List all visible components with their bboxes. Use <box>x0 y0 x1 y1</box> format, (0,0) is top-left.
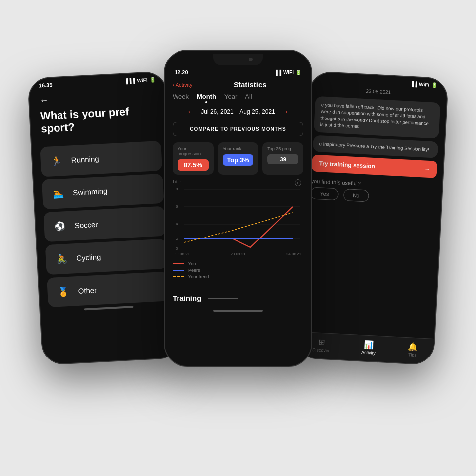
bottom-nav: ⊞ Discover 📊 Activity 🔔 Tips <box>296 331 434 364</box>
chart-date-1: 17.08.21 <box>175 252 190 256</box>
center-screen: 12.20 ▐▐ WiFi 🔋 ‹ Activity Statistics We… <box>165 51 311 366</box>
nav-title: Statistics <box>197 80 303 89</box>
notch-dot <box>249 58 253 61</box>
nav-back[interactable]: ‹ Activity <box>173 82 193 88</box>
scene: 16.35 ▐▐▐ WiFi 🔋 ← What is your pref spo… <box>25 25 451 451</box>
notch <box>213 54 263 65</box>
tab-week[interactable]: Week <box>173 93 189 102</box>
stat-rank-value: Top 3% <box>223 154 254 166</box>
training-title: Training <box>173 294 201 302</box>
left-home-indicator <box>84 306 133 310</box>
legend-peers-label: Peers <box>188 268 200 273</box>
stat-top-label: Top 25 prog <box>267 146 298 151</box>
legend-trend-label: Your trend <box>188 274 209 279</box>
back-arrow-icon[interactable]: ← <box>39 95 49 106</box>
legend-trend: Your trend <box>173 274 303 279</box>
phone-left: 16.35 ▐▐▐ WiFi 🔋 ← What is your pref spo… <box>27 71 181 365</box>
chart-date-3: 24.08.21 <box>286 252 301 256</box>
cta-training-button[interactable]: Try training session → <box>312 155 437 178</box>
center-status-icons: ▐▐ WiFi 🔋 <box>274 70 301 75</box>
compare-button[interactable]: COMPARE TO PREVIOUS MONTHS <box>173 122 303 136</box>
sport-item[interactable]: 🏊 Swimming <box>42 174 164 210</box>
prev-arrow-icon[interactable]: ← <box>187 107 195 116</box>
training-section: Training <box>165 290 311 305</box>
message-bubble-1: e you have fallen off track. Did now our… <box>314 96 440 139</box>
tab-year[interactable]: Year <box>224 93 237 102</box>
tab-all[interactable]: All <box>245 93 252 102</box>
stat-top: Top 25 prog 39 <box>262 142 303 175</box>
center-time: 12.20 <box>175 69 188 75</box>
nav-discover-label: Discover <box>312 347 330 353</box>
sport-icon: ⚽ <box>52 218 68 235</box>
divider <box>173 287 303 287</box>
nav-back-label: Activity <box>176 82 193 88</box>
stats-row: Your progression 87.5% Your rank Top 3% … <box>165 139 311 178</box>
center-home-indicator <box>213 310 263 312</box>
legend-peers-line <box>173 270 184 271</box>
stat-progression-label: Your progression <box>178 146 209 156</box>
sport-label: Running <box>71 155 99 165</box>
right-status-icons: ▐▐ WiFi 🔋 <box>410 81 438 88</box>
phone-center: 12.20 ▐▐ WiFi 🔋 ‹ Activity Statistics We… <box>164 50 312 367</box>
activity-chart: 8 6 4 2 0 <box>173 185 303 250</box>
nav-activity[interactable]: 📊 Activity <box>361 339 376 355</box>
svg-text:2: 2 <box>176 237 178 241</box>
legend-trend-line <box>173 276 184 277</box>
nav-activity-label: Activity <box>361 350 376 355</box>
sport-label: Cycling <box>76 253 101 263</box>
legend-peers: Peers <box>173 268 303 273</box>
cta-label: Try training session <box>319 160 375 170</box>
stat-progression: Your progression 87.5% <box>173 142 214 175</box>
stat-rank-label: Your rank <box>223 146 254 151</box>
center-status-bar: 12.20 ▐▐ WiFi 🔋 <box>165 65 311 77</box>
yes-button[interactable]: Yes <box>310 187 339 201</box>
sport-label: Swimming <box>73 187 108 197</box>
legend-you-line <box>173 263 184 264</box>
sport-icon: 🚴 <box>53 251 70 268</box>
sport-icon: 🏊 <box>50 185 66 202</box>
stat-rank: Your rank Top 3% <box>218 142 259 175</box>
nav-tips-label: Tips <box>408 352 416 357</box>
left-question: What is your pref sport? <box>30 103 168 144</box>
svg-text:8: 8 <box>176 187 178 191</box>
center-nav: ‹ Activity Statistics <box>165 77 311 91</box>
chart-y-label: Liter <box>173 179 303 184</box>
chart-dates: 17.08.21 23.08.21 24.08.21 <box>173 252 303 256</box>
sport-label: Other <box>78 286 97 295</box>
discover-icon: ⊞ <box>318 337 325 347</box>
legend-you-label: You <box>188 261 196 266</box>
message-bubble-2: u Inspiratory Pressure a Try the Trainin… <box>313 135 438 158</box>
chart-date-2: 23.08.21 <box>230 252 245 256</box>
left-status-icons: ▐▐▐ WiFi 🔋 <box>124 77 156 84</box>
chart-info-icon[interactable]: i <box>295 179 301 186</box>
legend-you: You <box>173 261 303 266</box>
tab-month[interactable]: Month <box>197 93 216 102</box>
next-arrow-icon[interactable]: → <box>281 107 289 116</box>
left-time: 16.35 <box>39 82 53 88</box>
nav-tips[interactable]: 🔔 Tips <box>407 342 418 357</box>
sport-item[interactable]: 🚴 Cycling <box>45 238 168 275</box>
sport-item[interactable]: ⚽ Soccer <box>43 206 166 242</box>
cta-arrow-icon: → <box>424 166 430 173</box>
svg-text:0: 0 <box>176 246 178 250</box>
chart-legend: You Peers Your trend <box>165 258 311 284</box>
sport-item[interactable]: 🏃 Running <box>40 141 162 177</box>
svg-text:6: 6 <box>176 204 178 209</box>
tips-icon: 🔔 <box>408 342 418 352</box>
phone-right: ▐▐ WiFi 🔋 23.08.2021 e you have fallen o… <box>295 71 449 365</box>
nav-discover[interactable]: ⊞ Discover <box>312 337 331 353</box>
stat-top-value: 39 <box>267 154 298 164</box>
activity-icon: 📊 <box>364 340 374 350</box>
right-screen: ▐▐ WiFi 🔋 23.08.2021 e you have fallen o… <box>296 72 448 364</box>
svg-text:4: 4 <box>176 222 178 226</box>
date-range: Jul 26, 2021 – Aug 25, 2021 <box>201 108 275 115</box>
sport-label: Soccer <box>74 220 98 230</box>
date-nav: ← Jul 26, 2021 – Aug 25, 2021 → <box>165 104 311 119</box>
no-button[interactable]: No <box>343 189 369 202</box>
tab-bar: Week Month Year All <box>165 91 311 104</box>
sport-icon: 🏃 <box>48 153 65 170</box>
chart-area: Liter i 8 6 4 2 0 <box>165 178 311 258</box>
sport-item[interactable]: 🏅 Other <box>47 271 169 307</box>
left-screen: 16.35 ▐▐▐ WiFi 🔋 ← What is your pref spo… <box>28 72 180 364</box>
training-line <box>208 298 238 299</box>
